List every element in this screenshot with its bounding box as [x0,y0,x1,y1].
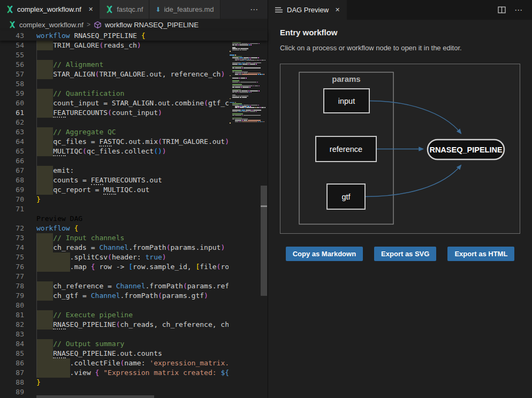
code-token: FEA [53,109,65,118]
code-line[interactable]: 81// Execute pipeline [0,310,229,320]
node-label: input [338,97,355,105]
code-line[interactable]: 71 [0,204,229,214]
breadcrumb-symbol[interactable]: workflow RNASEQ_PIPELINE [105,21,199,29]
code-line[interactable]: 84// Output summary [0,339,229,349]
minimap-line [230,105,261,106]
codelens-preview-dag[interactable]: Preview DAG [36,215,82,223]
more-actions-icon[interactable]: ⋯ [514,5,523,15]
dag-node-reference[interactable]: reference [316,136,376,162]
code-line[interactable]: 80 [0,301,229,310]
line-content: // Alignment [36,60,229,70]
breadcrumb-separator: > [87,21,90,28]
dag-node-gtf[interactable]: gtf [327,184,365,209]
breadcrumb-file[interactable]: complex_workflow.nf [19,21,83,29]
code-token: SEQ_PIPELINE [66,320,116,328]
code-line[interactable]: 56// Alignment [0,60,229,70]
code-line[interactable]: 86.collectFile(name: 'expression_matrix.… [0,358,229,368]
line-number: 73 [0,233,36,243]
code-line[interactable]: 79ch_gtf = Channel.fromPath(params.gtf) [0,291,229,301]
split-editor-icon[interactable] [498,6,506,13]
tab-overflow-button[interactable]: ⋯ [241,0,268,19]
line-number: 77 [0,272,36,281]
code-line[interactable]: 70} [0,195,229,204]
code-line[interactable]: 78ch_reference = Channel.fromPath(params… [0,281,229,291]
line-content: MULTIQC(qc_files.collect()) [36,147,229,156]
line-number: 82 [0,320,36,330]
sticky-scroll-line[interactable]: 43workflow RNASEQ_PIPELINE { [0,30,268,41]
code-line[interactable]: 82RNASEQ_PIPELINE(ch_reads, ch_reference… [0,320,229,330]
code-line[interactable]: 55 [0,50,229,60]
code-token: file [200,263,216,271]
export-as-html-button[interactable]: Export as HTML [447,247,514,261]
code-line[interactable]: 73// Input channels [0,233,229,243]
minimap-line [230,95,261,96]
code-token: TQC.out.mix [112,137,158,146]
minimap-line [230,55,261,56]
node-label: reference [330,145,362,154]
editor-tabbar: complex_workflow.nf ✕ fastqc.nf ⬇ ide_fe… [0,0,268,19]
code-line[interactable]: 66 [0,156,229,166]
code-line[interactable]: 43workflow RNASEQ_PIPELINE { [0,30,146,41]
tab-ide-features[interactable]: ⬇ ide_features.md [149,0,220,19]
code-line[interactable]: 57STAR_ALIGN(TRIM_GALORE.out, reference_… [0,70,229,79]
code-token: // Alignment [53,60,103,68]
copy-as-markdown-button[interactable]: Copy as Markdown [286,247,363,261]
tab-fastqc[interactable]: fastqc.nf [100,0,149,19]
code-line[interactable]: 72workflow { [0,224,229,233]
code-line[interactable]: 62 [0,118,229,127]
minimap-line [230,106,261,107]
code-token: // Execute pipeline [53,311,133,319]
code-editor[interactable]: 54TRIM_GALORE(reads_ch)5556// Alignment5… [0,41,229,398]
code-token: { [91,263,95,271]
code-line[interactable]: 85RNASEQ_PIPELINE.out.counts [0,349,229,358]
code-line[interactable]: 67emit: [0,166,229,175]
code-line[interactable]: 68counts = FEATURECOUNTS.out [0,175,229,185]
line-content: } [36,378,229,387]
minimap-line [230,113,261,114]
code-line[interactable]: 64qc_files = FASTQC.out.mix(TRIM_GALORE.… [0,137,229,147]
code-line[interactable]: 65MULTIQC(qc_files.collect()) [0,147,229,156]
code-line[interactable]: 74ch_reads = Channel.fromPath(params.inp… [0,243,229,252]
minimap-line [230,75,261,76]
line-number: 63 [0,127,36,137]
code-line[interactable]: 59// Quantification [0,89,229,98]
dag-node-input[interactable]: input [324,89,369,113]
code-line[interactable]: 61FEATURECOUNTS(count_input) [0,108,229,118]
code-line[interactable]: 58 [0,79,229,89]
code-token: TURECOUNTS.out [103,176,162,184]
code-line[interactable]: 83 [0,330,229,339]
code-line[interactable]: 54TRIM_GALORE(reads_ch) [0,41,229,50]
tab-complex-workflow[interactable]: complex_workflow.nf ✕ [0,0,100,19]
line-content: .collectFile(name: 'expression_matrix.tx… [36,358,229,368]
code-line[interactable]: 77 [0,272,229,281]
code-line[interactable]: 88} [0,378,229,387]
minimap-line [230,88,261,89]
dag-node-rnaseq-pipeline[interactable]: RNASEQ_PIPELINE [428,140,504,159]
close-icon[interactable]: ✕ [88,6,93,13]
code-token: STAR_ALIGN [53,70,95,78]
minimap[interactable] [230,30,261,125]
line-number: 71 [0,204,36,214]
code-token: params.gtf [162,292,204,300]
code-line[interactable]: 76.map { row -> [row.sample_id, [file(ro… [0,262,229,272]
code-line[interactable]: 60count_input = STAR_ALIGN.out.combine(g… [0,98,229,108]
line-content: .splitCsv(header: true) [36,252,229,262]
line-number: 81 [0,310,36,320]
code-line[interactable]: 75.splitCsv(header: true) [0,252,229,262]
codelens-row[interactable]: Preview DAG [0,214,229,224]
minimap-line [230,93,261,94]
line-number [0,214,36,224]
close-icon[interactable]: ✕ [335,6,340,13]
vertical-scrollbar[interactable] [261,186,267,296]
minimap-line [230,76,261,78]
export-as-svg-button[interactable]: Export as SVG [374,247,436,261]
code-line[interactable]: 63// Aggregate QC [0,127,229,137]
code-line[interactable]: 87.view { "Expression matrix created: ${… [0,368,229,378]
code-token: () [154,147,162,155]
line-content [36,50,229,60]
tab-dag-preview[interactable]: DAG Preview ✕ [268,0,347,20]
minimap-line [230,82,261,83]
horizontal-scrollbar[interactable] [36,395,154,398]
line-content: // Quantification [36,89,229,98]
code-line[interactable]: 69qc_report = MULTIQC.out [0,185,229,195]
